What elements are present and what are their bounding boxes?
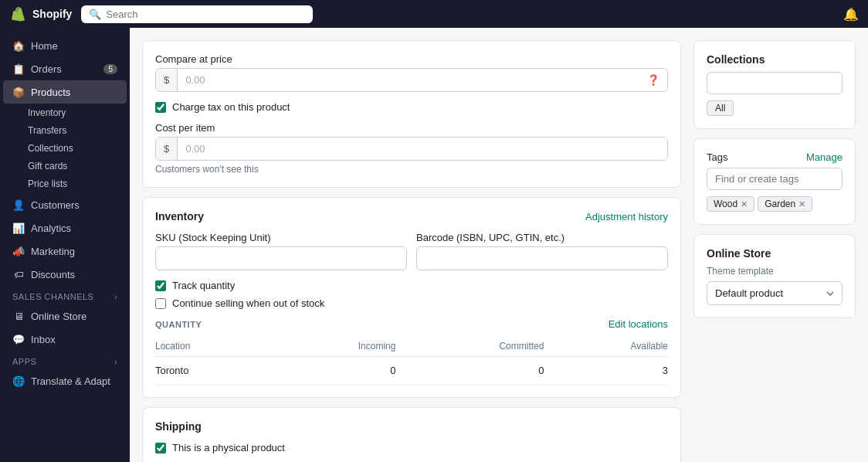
tags-list: Wood ✕ Garden ✕ <box>707 196 843 212</box>
tag-garden-remove-icon[interactable]: ✕ <box>798 199 805 209</box>
tags-card: Tags Manage Wood ✕ Garden ✕ <box>693 138 856 225</box>
continue-selling-label[interactable]: Continue selling when out of stock <box>155 297 668 309</box>
sidebar-item-online-store-label: Online Store <box>31 311 86 322</box>
charge-tax-text: Charge tax on this product <box>172 101 290 113</box>
sidebar-item-home[interactable]: 🏠 Home <box>3 34 127 57</box>
sidebar-item-inbox[interactable]: 💬 Inbox <box>3 328 127 351</box>
compare-price-card: Compare at price $ ❓ Charge tax on this … <box>142 40 681 188</box>
row-incoming: 0 <box>271 357 395 385</box>
cost-per-item-input[interactable] <box>178 138 667 160</box>
sales-channels-label: Sales channels <box>12 292 93 301</box>
inventory-card: Inventory Adjustment history SKU (Stock … <box>142 197 681 398</box>
compare-price-input[interactable] <box>178 69 639 91</box>
marketing-icon: 📣 <box>12 245 25 257</box>
home-icon: 🏠 <box>12 39 25 52</box>
track-quantity-text: Track quantity <box>172 280 235 291</box>
barcode-field: Barcode (ISBN, UPC, GTIN, etc.) <box>416 232 668 270</box>
physical-product-checkbox[interactable] <box>155 443 166 454</box>
sidebar-item-inbox-label: Inbox <box>31 334 56 345</box>
apps-label: Apps <box>12 357 36 366</box>
sidebar-sub-transfers[interactable]: Transfers <box>3 122 127 139</box>
edit-locations-link[interactable]: Edit locations <box>609 318 668 330</box>
search-bar[interactable]: 🔍 <box>81 5 313 23</box>
translate-icon: 🌐 <box>12 375 25 387</box>
search-input[interactable] <box>106 8 305 20</box>
tags-search-input[interactable] <box>707 168 843 190</box>
online-store-title: Online Store <box>707 247 843 260</box>
tag-wood-label: Wood <box>714 199 737 209</box>
brand-name: shopify <box>32 8 72 20</box>
charge-tax-checkbox[interactable] <box>155 102 166 113</box>
adjustment-history-link[interactable]: Adjustment history <box>585 211 668 223</box>
row-committed: 0 <box>395 357 544 385</box>
col-incoming: Incoming <box>271 336 395 357</box>
continue-selling-checkbox[interactable] <box>155 298 166 309</box>
customers-icon: 👤 <box>12 199 25 211</box>
orders-icon: 📋 <box>12 63 25 75</box>
collections-search-input[interactable] <box>707 72 843 94</box>
compare-price-help-icon[interactable]: ❓ <box>639 69 667 91</box>
sidebar-sub-collections[interactable]: Collections <box>3 140 127 157</box>
topbar: shopify 🔍 🔔 <box>0 0 868 28</box>
sku-barcode-row: SKU (Stock Keeping Unit) Barcode (ISBN, … <box>155 232 668 270</box>
cost-per-item-input-wrapper: $ <box>155 137 668 161</box>
compare-price-prefix: $ <box>156 69 178 91</box>
quantity-header: QUANTITY Edit locations <box>155 318 668 330</box>
sidebar: 🏠 Home 📋 Orders 5 📦 Products Inventory T… <box>0 28 130 462</box>
barcode-input[interactable] <box>416 246 668 270</box>
tag-wood-remove-icon[interactable]: ✕ <box>741 199 748 209</box>
sidebar-sub-gift-cards[interactable]: Gift cards <box>3 158 127 175</box>
tags-header: Tags Manage <box>707 151 843 163</box>
inventory-title: Inventory <box>155 210 204 223</box>
shopify-logo: shopify <box>9 5 72 23</box>
sku-field: SKU (Stock Keeping Unit) <box>155 232 407 270</box>
theme-template-label: Theme template <box>707 266 843 277</box>
notification-bell-icon[interactable]: 🔔 <box>843 7 859 22</box>
quantity-table-head: Location Incoming Committed Available <box>155 336 668 357</box>
sidebar-item-products[interactable]: 📦 Products <box>3 80 127 104</box>
sidebar-section-sales-channels: Sales channels › <box>0 286 130 304</box>
products-icon: 📦 <box>12 86 25 98</box>
physical-product-label[interactable]: This is a physical product <box>155 442 668 454</box>
all-badge[interactable]: All <box>707 100 734 116</box>
sidebar-sub-inventory[interactable]: Inventory <box>3 104 127 121</box>
cost-per-item-label: Cost per item <box>155 122 668 134</box>
cost-per-item-helper: Customers won't see this <box>155 164 668 175</box>
physical-product-text: This is a physical product <box>172 442 285 454</box>
orders-badge: 5 <box>103 64 117 74</box>
sidebar-item-analytics[interactable]: 📊 Analytics <box>3 216 127 239</box>
sidebar-sub-price-lists-label: Price lists <box>28 178 67 189</box>
tag-garden-label: Garden <box>765 199 795 209</box>
online-store-icon: 🖥 <box>12 310 25 322</box>
shipping-card: Shipping This is a physical product <box>142 407 681 462</box>
sidebar-item-translate-label: Translate & Adapt <box>31 375 110 387</box>
sku-input[interactable] <box>155 246 407 270</box>
search-icon: 🔍 <box>89 8 101 20</box>
barcode-label: Barcode (ISBN, UPC, GTIN, etc.) <box>416 232 668 243</box>
shopify-logo-icon <box>9 5 28 23</box>
sidebar-item-translate[interactable]: 🌐 Translate & Adapt <box>3 369 127 392</box>
sidebar-item-products-label: Products <box>31 87 70 98</box>
theme-template-select[interactable]: Default product Custom template <box>707 281 843 305</box>
right-panel: Collections All Tags Manage Wood ✕ G <box>693 40 856 450</box>
sidebar-item-home-label: Home <box>31 40 58 52</box>
sidebar-item-customers[interactable]: 👤 Customers <box>3 193 127 216</box>
quantity-table-body: Toronto 0 0 3 <box>155 357 668 385</box>
charge-tax-label[interactable]: Charge tax on this product <box>155 101 668 113</box>
sidebar-sub-gift-cards-label: Gift cards <box>28 161 67 172</box>
compare-price-input-wrapper: $ ❓ <box>155 68 668 92</box>
sidebar-item-marketing[interactable]: 📣 Marketing <box>3 239 127 263</box>
tag-garden: Garden ✕ <box>758 196 812 212</box>
quantity-table: Location Incoming Committed Available To… <box>155 336 668 385</box>
sidebar-sub-price-lists[interactable]: Price lists <box>3 175 127 192</box>
sidebar-item-discounts[interactable]: 🏷 Discounts <box>3 263 127 286</box>
topbar-left: shopify 🔍 <box>9 5 313 23</box>
sidebar-item-online-store[interactable]: 🖥 Online Store <box>3 304 127 328</box>
col-committed: Committed <box>395 336 544 357</box>
sales-channels-chevron-icon: › <box>114 293 117 301</box>
sidebar-item-analytics-label: Analytics <box>31 223 71 234</box>
manage-tags-link[interactable]: Manage <box>806 151 843 163</box>
track-quantity-label[interactable]: Track quantity <box>155 280 668 291</box>
track-quantity-checkbox[interactable] <box>155 280 166 291</box>
sidebar-item-orders[interactable]: 📋 Orders 5 <box>3 57 127 80</box>
